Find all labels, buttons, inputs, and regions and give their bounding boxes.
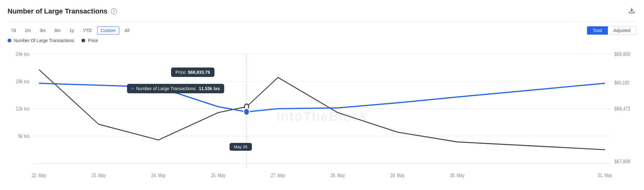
svg-text:$69,800: $69,800 (614, 51, 630, 57)
svg-text:$68,472: $68,472 (614, 106, 630, 112)
svg-text:27. May: 27. May (271, 173, 286, 178)
main-container: Number of Large Transactions ? 7d 1m 3m … (0, 0, 644, 190)
legend-label-price: Price (88, 38, 98, 43)
view-total[interactable]: Total (587, 26, 608, 35)
filter-ytd[interactable]: YTD (80, 26, 95, 35)
header: Number of Large Transactions ? (8, 6, 636, 22)
svg-text:18k txs: 18k txs (16, 79, 30, 84)
filter-all[interactable]: All (121, 26, 133, 35)
legend-dot-dark (81, 39, 85, 42)
header-left: Number of Large Transactions ? (8, 7, 117, 15)
txs-hover-dot (244, 108, 249, 115)
svg-text:12k txs: 12k txs (16, 106, 30, 112)
filter-1y[interactable]: 1y (66, 26, 78, 35)
svg-text:30. May: 30. May (450, 173, 465, 178)
page-title: Number of Large Transactions (8, 7, 108, 15)
time-filters: 7d 1m 3m 6m 1y YTD Custom All (8, 26, 133, 35)
chart-svg: 24k txs 18k txs 12k txs 6k txs $69,800 $… (8, 46, 636, 187)
svg-text:28. May: 28. May (330, 173, 345, 178)
chart-area: IntoTheBlock 24k txs 18k txs 12k txs 6k … (8, 46, 636, 187)
view-toggle: Total Adjusted (587, 26, 636, 35)
svg-text:24. May: 24. May (151, 173, 166, 178)
svg-text:23. May: 23. May (92, 173, 106, 178)
filter-1m[interactable]: 1m (21, 26, 34, 35)
svg-text:6k txs: 6k txs (18, 133, 30, 139)
download-icon[interactable] (627, 6, 636, 17)
svg-text:$67,808: $67,808 (614, 159, 630, 165)
filter-3m[interactable]: 3m (36, 26, 49, 35)
help-icon[interactable]: ? (111, 8, 117, 14)
filter-6m[interactable]: 6m (51, 26, 64, 35)
svg-text:29. May: 29. May (390, 173, 405, 178)
legend-price: Price (81, 38, 98, 43)
filter-custom[interactable]: Custom (97, 26, 119, 35)
filter-7d[interactable]: 7d (8, 26, 19, 35)
svg-text:$60,100: $60,100 (614, 80, 629, 86)
view-adjusted[interactable]: Adjusted (608, 26, 636, 35)
svg-text:25. May: 25. May (211, 173, 226, 178)
controls-row: 7d 1m 3m 6m 1y YTD Custom All Total Adju… (8, 22, 636, 38)
svg-text:24k txs: 24k txs (16, 51, 30, 57)
svg-text:22. May: 22. May (32, 173, 47, 178)
legend-label-transactions: Number Of Large Transactions (14, 38, 74, 43)
svg-text:31. May: 31. May (598, 173, 613, 178)
transactions-line (39, 83, 605, 112)
legend-dot-blue (8, 39, 11, 42)
legend: Number Of Large Transactions Price (8, 38, 636, 46)
legend-transactions: Number Of Large Transactions (8, 38, 74, 43)
price-line (39, 70, 605, 150)
